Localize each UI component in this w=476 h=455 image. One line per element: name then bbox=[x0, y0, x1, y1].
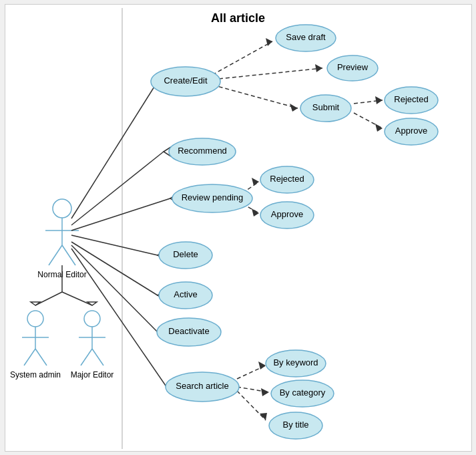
line-ne-searcharticle bbox=[71, 249, 166, 386]
line-ne-createedit bbox=[71, 82, 158, 218]
generalization-line3 bbox=[62, 292, 92, 305]
by-keyword-label: By keyword bbox=[273, 357, 318, 367]
line-ne-active bbox=[71, 242, 158, 295]
major-editor-right-leg bbox=[92, 349, 103, 365]
line-ne-recommend bbox=[71, 152, 164, 225]
major-editor-head bbox=[84, 311, 100, 327]
active-label: Active bbox=[174, 289, 197, 299]
arrow-search-category bbox=[261, 388, 269, 396]
review-pending-label: Review pending bbox=[181, 192, 243, 202]
line-ne-delete bbox=[71, 235, 158, 255]
approve1-label: Approve bbox=[395, 126, 427, 136]
submit-label: Submit bbox=[312, 102, 339, 112]
major-editor-label: Major Editor bbox=[70, 370, 113, 380]
normal-editor-left-leg bbox=[49, 245, 62, 265]
system-admin-label: System admin bbox=[9, 370, 60, 380]
arrow-createedit-preview bbox=[315, 64, 322, 72]
by-title-label: By title bbox=[282, 420, 308, 430]
normal-editor-head bbox=[53, 199, 71, 218]
arrow-submit-approve1 bbox=[375, 124, 383, 132]
diagram-container: All article Normal Editor System admin bbox=[5, 4, 472, 452]
arrow-createedit-submit bbox=[290, 104, 298, 112]
arrow-reviewpending-approve2 bbox=[252, 208, 259, 216]
major-editor-left-leg bbox=[81, 349, 92, 365]
rejected2-label: Rejected bbox=[270, 174, 304, 184]
line-createedit-savedraft bbox=[212, 41, 272, 75]
deactivate-label: Deactivate bbox=[168, 326, 209, 336]
preview-label: Preview bbox=[336, 62, 368, 72]
generalization-line2 bbox=[35, 292, 62, 305]
search-article-label: Search article bbox=[176, 381, 228, 391]
system-admin-right-leg bbox=[35, 349, 47, 365]
line-createedit-submit bbox=[212, 85, 298, 108]
line-ne-reviewpending bbox=[71, 198, 170, 231]
arrow-search-title bbox=[260, 413, 267, 420]
approve2-label: Approve bbox=[270, 209, 302, 219]
rejected1-label: Rejected bbox=[394, 94, 428, 104]
create-edit-label: Create/Edit bbox=[164, 75, 207, 86]
system-admin-head bbox=[27, 311, 43, 327]
system-admin-left-leg bbox=[24, 349, 35, 365]
arrow-search-keyword bbox=[258, 361, 266, 369]
delete-label: Delete bbox=[173, 249, 198, 259]
line-createedit-preview bbox=[212, 68, 322, 80]
arrow-submit-rejected1 bbox=[375, 96, 383, 104]
normal-editor-right-leg bbox=[62, 245, 75, 265]
recommend-label: Recommend bbox=[178, 146, 227, 156]
line-search-title bbox=[237, 391, 266, 420]
by-category-label: By category bbox=[279, 388, 325, 398]
diagram-svg: Normal Editor System admin Major Editor bbox=[5, 5, 471, 451]
save-draft-label: Save draft bbox=[286, 32, 326, 42]
